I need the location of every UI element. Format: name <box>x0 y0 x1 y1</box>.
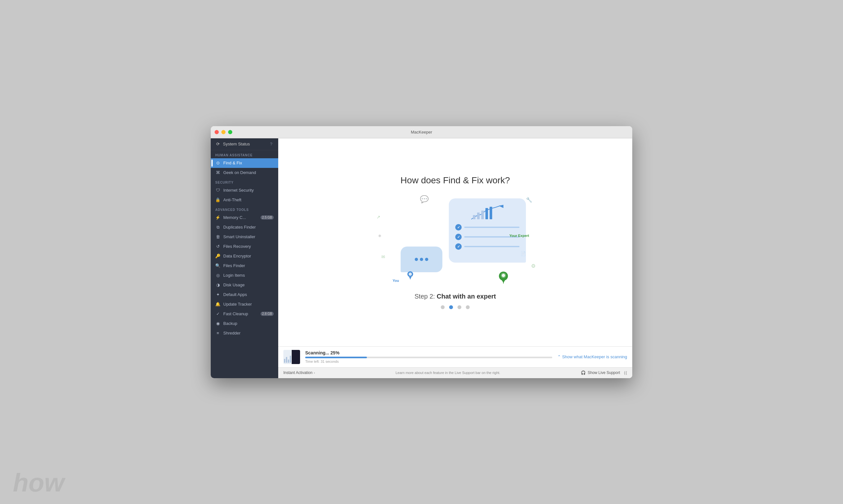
collapse-arrows-button[interactable]: ⟨⟨ <box>624 371 627 375</box>
traffic-lights <box>215 130 232 134</box>
pagination-dot-4[interactable] <box>466 305 470 309</box>
you-pin-icon <box>407 271 414 279</box>
typing-dot-3 <box>425 258 428 261</box>
internet-security-icon: 🛡 <box>215 188 221 193</box>
backup-icon: ◉ <box>215 321 221 326</box>
titlebar: MacKeeper <box>211 126 632 138</box>
sidebar-item-default-apps[interactable]: ✦ Default Apps <box>211 290 278 300</box>
sidebar-item-memory-cleaner[interactable]: ⚡ Memory C... 2.5 GB <box>211 213 278 222</box>
system-status-icon: ⟳ <box>215 142 221 147</box>
sidebar-item-update-tracker[interactable]: 🔔 Update Tracker <box>211 300 278 309</box>
sidebar-item-data-encryptor[interactable]: 🔑 Data Encryptor <box>211 251 278 261</box>
step-description: Step 2: Chat with an expert <box>415 293 496 300</box>
help-icon[interactable]: ? <box>268 142 274 147</box>
step-text: Chat with an expert <box>437 293 496 300</box>
scan-info: Scanning... 25% Time left: 31 seconds <box>305 350 552 363</box>
check-icon-2: ✓ <box>455 234 462 240</box>
geek-on-demand-label: Geek on Demand <box>223 170 256 175</box>
sidebar-system-status[interactable]: ⟳ System Status ? <box>211 138 278 150</box>
scanning-footer: Scanning... 25% Time left: 31 seconds ⌃ … <box>278 346 632 367</box>
duplicates-finder-icon: ⧉ <box>215 225 221 230</box>
shredder-icon: ≡ <box>215 331 221 336</box>
files-recovery-label: Files Recovery <box>223 244 251 249</box>
files-finder-icon: 🔍 <box>215 263 221 268</box>
fast-cleanup-icon: ✓ <box>215 311 221 317</box>
default-apps-label: Default Apps <box>223 292 247 297</box>
live-support-button[interactable]: 🎧 Show Live Support <box>581 371 620 375</box>
sidebar-item-login-items[interactable]: ◎ Login Items <box>211 271 278 280</box>
main-content: How does Find & Fix work? 💬 🔧 ↗ ✉ ⚙ ✱ 📄 <box>278 138 632 378</box>
sidebar-item-backup[interactable]: ◉ Backup <box>211 319 278 328</box>
svg-rect-1 <box>473 215 475 219</box>
svg-point-11 <box>409 272 412 276</box>
svg-marker-12 <box>409 277 411 279</box>
svg-rect-2 <box>477 213 480 219</box>
files-finder-label: Files Finder <box>223 263 245 268</box>
wrench-float-icon: 🔧 <box>526 197 532 203</box>
check-icon-1: ✓ <box>455 224 462 231</box>
shredder-label: Shredder <box>223 331 240 336</box>
sidebar-item-anti-theft[interactable]: 🔒 Anti-Theft <box>211 195 278 205</box>
sidebar-item-duplicates-finder[interactable]: ⧉ Duplicates Finder <box>211 222 278 232</box>
main-scroll-area: How does Find & Fix work? 💬 🔧 ↗ ✉ ⚙ ✱ 📄 <box>278 138 632 346</box>
find-fix-label: Find & Fix <box>223 161 242 165</box>
you-label: You <box>392 278 399 283</box>
data-encryptor-icon: 🔑 <box>215 254 221 259</box>
files-recovery-icon: ↺ <box>215 244 221 249</box>
fast-cleanup-label: Fast Cleanup <box>223 311 248 316</box>
memory-cleaner-badge: 2.5 GB <box>261 215 274 220</box>
login-items-label: Login Items <box>223 273 245 278</box>
show-scanning-link[interactable]: ⌃ Show what MacKeeper is scanning <box>557 355 627 359</box>
expert-speech-bubble: ✓ ✓ ✓ <box>449 198 526 263</box>
pagination-dot-2[interactable] <box>449 305 453 309</box>
cursor-float-icon: ↗ <box>376 214 380 220</box>
thumb-bar-3 <box>288 360 289 363</box>
maximize-button[interactable] <box>228 130 232 134</box>
instant-activation-button[interactable]: Instant Activation › <box>283 371 315 375</box>
close-button[interactable] <box>215 130 219 134</box>
sidebar-item-geek-on-demand[interactable]: ⌘ Geek on Demand <box>211 168 278 178</box>
update-tracker-label: Update Tracker <box>223 302 252 307</box>
sidebar-item-fast-cleanup[interactable]: ✓ Fast Cleanup 2.8 GB <box>211 309 278 319</box>
sidebar-item-files-recovery[interactable]: ↺ Files Recovery <box>211 242 278 251</box>
svg-rect-4 <box>486 208 488 219</box>
typing-dot-1 <box>415 258 418 261</box>
sidebar-item-shredder[interactable]: ≡ Shredder <box>211 328 278 338</box>
cursor2-float-icon: ✱ <box>378 234 381 238</box>
pagination-dot-3[interactable] <box>457 305 461 309</box>
check-line-1: ✓ <box>455 224 520 231</box>
sidebar-item-files-finder[interactable]: 🔍 Files Finder <box>211 261 278 271</box>
mail-float-icon: ✉ <box>381 254 385 259</box>
hero-title: How does Find & Fix work? <box>401 175 510 185</box>
section-security: SECURITY <box>211 178 278 185</box>
geek-on-demand-icon: ⌘ <box>215 170 221 175</box>
pagination-dot-1[interactable] <box>441 305 445 309</box>
chat-illustration: 💬 🔧 ↗ ✉ ⚙ ✱ 📄 <box>375 195 535 285</box>
fast-cleanup-badge: 2.8 GB <box>261 312 274 316</box>
section-human-assistance: HUMAN ASSISTANCE <box>211 150 278 158</box>
smart-uninstaller-label: Smart Uninstaller <box>223 234 256 239</box>
pagination <box>441 305 470 309</box>
window-title: MacKeeper <box>411 130 432 134</box>
sidebar-item-find-fix[interactable]: ⊙ Find & Fix <box>211 158 278 168</box>
find-fix-icon: ⊙ <box>215 161 221 166</box>
sidebar-item-smart-uninstaller[interactable]: 🗑 Smart Uninstaller <box>211 232 278 242</box>
mini-chart <box>455 205 520 221</box>
sidebar-item-internet-security[interactable]: 🛡 Internet Security <box>211 185 278 195</box>
scan-dark-thumb <box>292 350 300 364</box>
svg-point-8 <box>502 274 505 277</box>
scan-thumbnail <box>283 350 300 364</box>
minimize-button[interactable] <box>221 130 226 134</box>
check-icon-3: ✓ <box>455 243 462 250</box>
gear-float-icon: ⚙ <box>531 263 535 269</box>
you-speech-bubble <box>401 247 442 272</box>
sidebar-item-disk-usage[interactable]: ◑ Disk Usage <box>211 280 278 290</box>
data-encryptor-label: Data Encryptor <box>223 254 251 258</box>
active-indicator <box>211 160 213 167</box>
progress-bar-fill <box>305 357 367 358</box>
memory-cleaner-label: Memory C... <box>223 215 246 220</box>
svg-marker-0 <box>498 205 504 208</box>
memory-cleaner-icon: ⚡ <box>215 215 221 220</box>
bottom-info-text: Learn more about each feature in the Liv… <box>315 371 581 375</box>
step-number: Step 2: <box>415 293 435 300</box>
